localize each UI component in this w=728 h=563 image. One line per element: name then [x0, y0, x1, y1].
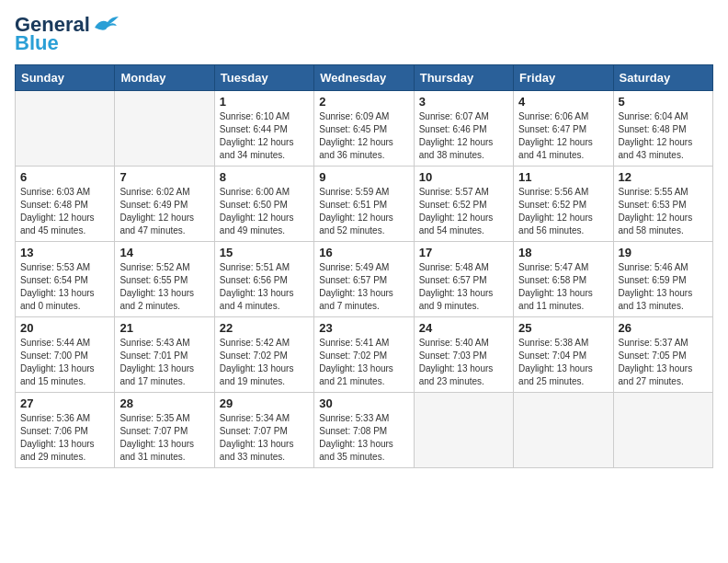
day-number: 11	[518, 170, 608, 184]
calendar-cell: 11Sunrise: 5:56 AMSunset: 6:52 PMDayligh…	[514, 167, 613, 242]
calendar-cell: 14Sunrise: 5:52 AMSunset: 6:55 PMDayligh…	[115, 242, 214, 317]
calendar-cell: 19Sunrise: 5:46 AMSunset: 6:59 PMDayligh…	[613, 242, 712, 317]
day-sun-info: Sunrise: 5:34 AMSunset: 7:07 PMDaylight:…	[220, 412, 309, 464]
day-number: 23	[319, 321, 408, 335]
calendar-cell: 9Sunrise: 5:59 AMSunset: 6:51 PMDaylight…	[314, 167, 414, 242]
calendar-cell: 5Sunrise: 6:04 AMSunset: 6:48 PMDaylight…	[613, 91, 712, 167]
calendar-cell: 15Sunrise: 5:51 AMSunset: 6:56 PMDayligh…	[214, 242, 313, 317]
calendar-cell: 16Sunrise: 5:49 AMSunset: 6:57 PMDayligh…	[314, 242, 414, 317]
calendar-cell	[16, 91, 115, 167]
day-sun-info: Sunrise: 5:52 AMSunset: 6:55 PMDaylight:…	[119, 261, 209, 313]
calendar-cell: 30Sunrise: 5:33 AMSunset: 7:08 PMDayligh…	[314, 393, 414, 468]
day-sun-info: Sunrise: 5:51 AMSunset: 6:56 PMDaylight:…	[220, 261, 309, 313]
day-number: 29	[220, 396, 309, 410]
day-number: 22	[220, 321, 309, 335]
calendar-cell: 1Sunrise: 6:10 AMSunset: 6:44 PMDaylight…	[214, 91, 313, 167]
calendar-cell: 4Sunrise: 6:06 AMSunset: 6:47 PMDaylight…	[514, 91, 613, 167]
day-sun-info: Sunrise: 5:43 AMSunset: 7:01 PMDaylight:…	[119, 337, 209, 388]
day-number: 13	[20, 246, 109, 259]
logo: General Blue	[15, 15, 120, 55]
day-number: 24	[419, 321, 508, 335]
calendar-week-2: 6Sunrise: 6:03 AMSunset: 6:48 PMDaylight…	[16, 167, 713, 242]
day-sun-info: Sunrise: 5:38 AMSunset: 7:04 PMDaylight:…	[518, 337, 608, 388]
calendar-cell: 29Sunrise: 5:34 AMSunset: 7:07 PMDayligh…	[214, 393, 313, 468]
day-sun-info: Sunrise: 5:44 AMSunset: 7:00 PMDaylight:…	[20, 337, 109, 388]
calendar-cell: 10Sunrise: 5:57 AMSunset: 6:52 PMDayligh…	[414, 167, 513, 242]
calendar-cell: 17Sunrise: 5:48 AMSunset: 6:57 PMDayligh…	[414, 242, 513, 317]
day-sun-info: Sunrise: 5:59 AMSunset: 6:51 PMDaylight:…	[319, 186, 408, 237]
day-sun-info: Sunrise: 5:41 AMSunset: 7:02 PMDaylight:…	[319, 337, 408, 388]
calendar-cell: 2Sunrise: 6:09 AMSunset: 6:45 PMDaylight…	[314, 91, 414, 167]
day-sun-info: Sunrise: 5:46 AMSunset: 6:59 PMDaylight:…	[619, 261, 708, 313]
day-number: 18	[518, 246, 608, 259]
calendar-cell: 6Sunrise: 6:03 AMSunset: 6:48 PMDaylight…	[16, 167, 115, 242]
day-number: 9	[319, 170, 408, 184]
calendar-cell: 12Sunrise: 5:55 AMSunset: 6:53 PMDayligh…	[613, 167, 712, 242]
day-sun-info: Sunrise: 5:49 AMSunset: 6:57 PMDaylight:…	[319, 261, 408, 313]
weekday-header-saturday: Saturday	[613, 65, 712, 91]
day-number: 8	[220, 170, 309, 184]
day-number: 28	[119, 396, 209, 410]
day-number: 7	[119, 170, 209, 184]
page-header: General Blue	[15, 15, 713, 55]
day-number: 15	[220, 246, 309, 259]
weekday-header-tuesday: Tuesday	[214, 65, 313, 91]
calendar-cell: 27Sunrise: 5:36 AMSunset: 7:06 PMDayligh…	[16, 393, 115, 468]
day-sun-info: Sunrise: 6:09 AMSunset: 6:45 PMDaylight:…	[319, 110, 408, 162]
day-number: 16	[319, 246, 408, 259]
weekday-header-row: SundayMondayTuesdayWednesdayThursdayFrid…	[16, 65, 713, 91]
day-sun-info: Sunrise: 6:07 AMSunset: 6:46 PMDaylight:…	[419, 110, 508, 162]
calendar-cell: 28Sunrise: 5:35 AMSunset: 7:07 PMDayligh…	[115, 393, 214, 468]
logo-bird-icon	[93, 15, 120, 35]
calendar-cell	[514, 393, 613, 468]
day-sun-info: Sunrise: 5:55 AMSunset: 6:53 PMDaylight:…	[619, 186, 708, 237]
day-number: 19	[619, 246, 708, 259]
calendar-cell: 18Sunrise: 5:47 AMSunset: 6:58 PMDayligh…	[514, 242, 613, 317]
calendar-cell: 8Sunrise: 6:00 AMSunset: 6:50 PMDaylight…	[214, 167, 313, 242]
calendar-cell: 25Sunrise: 5:38 AMSunset: 7:04 PMDayligh…	[514, 317, 613, 393]
day-number: 6	[20, 170, 109, 184]
day-number: 26	[619, 321, 708, 335]
day-number: 1	[220, 95, 309, 109]
calendar-week-3: 13Sunrise: 5:53 AMSunset: 6:54 PMDayligh…	[16, 242, 713, 317]
day-sun-info: Sunrise: 6:06 AMSunset: 6:47 PMDaylight:…	[518, 110, 608, 162]
calendar-cell: 3Sunrise: 6:07 AMSunset: 6:46 PMDaylight…	[414, 91, 513, 167]
day-number: 3	[419, 95, 508, 109]
day-number: 10	[419, 170, 508, 184]
day-number: 17	[419, 246, 508, 259]
calendar-week-4: 20Sunrise: 5:44 AMSunset: 7:00 PMDayligh…	[16, 317, 713, 393]
weekday-header-thursday: Thursday	[414, 65, 513, 91]
day-sun-info: Sunrise: 5:35 AMSunset: 7:07 PMDaylight:…	[119, 412, 209, 464]
day-number: 14	[119, 246, 209, 259]
day-sun-info: Sunrise: 6:00 AMSunset: 6:50 PMDaylight:…	[220, 186, 309, 237]
day-number: 30	[319, 396, 408, 410]
calendar-cell: 26Sunrise: 5:37 AMSunset: 7:05 PMDayligh…	[613, 317, 712, 393]
calendar-cell: 7Sunrise: 6:02 AMSunset: 6:49 PMDaylight…	[115, 167, 214, 242]
weekday-header-monday: Monday	[115, 65, 214, 91]
day-sun-info: Sunrise: 6:04 AMSunset: 6:48 PMDaylight:…	[619, 110, 708, 162]
day-sun-info: Sunrise: 6:10 AMSunset: 6:44 PMDaylight:…	[220, 110, 309, 162]
weekday-header-wednesday: Wednesday	[314, 65, 414, 91]
day-number: 4	[518, 95, 608, 109]
calendar-cell: 23Sunrise: 5:41 AMSunset: 7:02 PMDayligh…	[314, 317, 414, 393]
day-number: 12	[619, 170, 708, 184]
day-sun-info: Sunrise: 5:33 AMSunset: 7:08 PMDaylight:…	[319, 412, 408, 464]
day-number: 21	[119, 321, 209, 335]
day-sun-info: Sunrise: 5:53 AMSunset: 6:54 PMDaylight:…	[20, 261, 109, 313]
calendar-cell	[414, 393, 513, 468]
day-sun-info: Sunrise: 5:47 AMSunset: 6:58 PMDaylight:…	[518, 261, 608, 313]
calendar-table: SundayMondayTuesdayWednesdayThursdayFrid…	[15, 64, 713, 468]
day-sun-info: Sunrise: 5:42 AMSunset: 7:02 PMDaylight:…	[220, 337, 309, 388]
day-sun-info: Sunrise: 6:02 AMSunset: 6:49 PMDaylight:…	[119, 186, 209, 237]
weekday-header-sunday: Sunday	[16, 65, 115, 91]
day-number: 5	[619, 95, 708, 109]
calendar-cell	[613, 393, 712, 468]
day-number: 25	[518, 321, 608, 335]
day-sun-info: Sunrise: 5:40 AMSunset: 7:03 PMDaylight:…	[419, 337, 508, 388]
weekday-header-friday: Friday	[514, 65, 613, 91]
calendar-cell: 20Sunrise: 5:44 AMSunset: 7:00 PMDayligh…	[16, 317, 115, 393]
calendar-cell: 22Sunrise: 5:42 AMSunset: 7:02 PMDayligh…	[214, 317, 313, 393]
day-sun-info: Sunrise: 6:03 AMSunset: 6:48 PMDaylight:…	[20, 186, 109, 237]
calendar-cell: 24Sunrise: 5:40 AMSunset: 7:03 PMDayligh…	[414, 317, 513, 393]
day-sun-info: Sunrise: 5:48 AMSunset: 6:57 PMDaylight:…	[419, 261, 508, 313]
